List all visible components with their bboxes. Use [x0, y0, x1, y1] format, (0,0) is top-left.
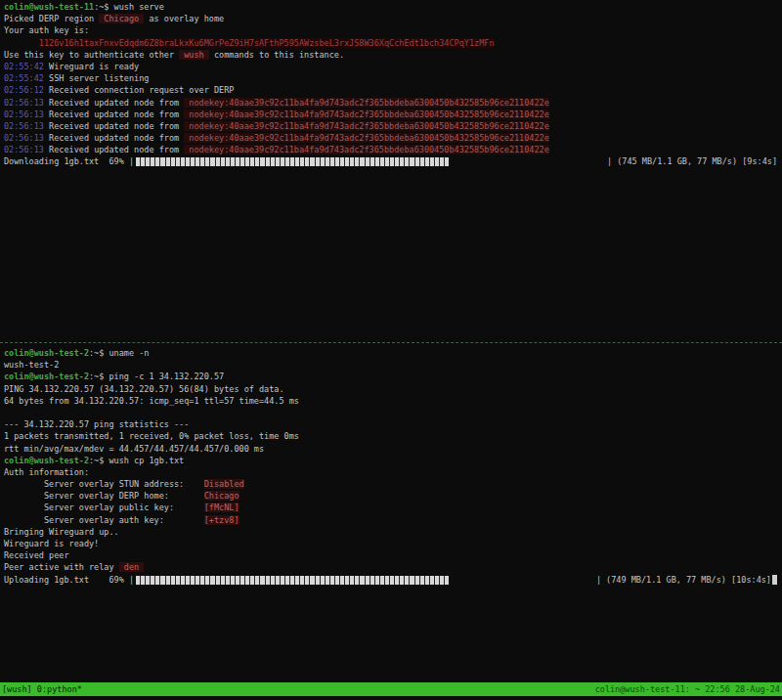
node-key-value: nodekey:40aae39c92c11ba4fa9d743adc2f365b… — [184, 133, 549, 143]
terminal-line: Server overlay STUN address: Disabled — [4, 478, 782, 490]
terminal-text: :~$ uname -n — [89, 348, 149, 358]
terminal-text: Received peer — [4, 550, 69, 560]
terminal-line: wush-test-2 — [4, 359, 782, 371]
terminal-text: commands to this instance. — [209, 50, 344, 60]
terminal-text: Picked DERP region — [4, 14, 99, 23]
terminal-line: 1 packets transmitted, 1 received, 0% pa… — [4, 430, 782, 442]
terminal-text: --- 34.132.220.57 ping statistics --- — [4, 419, 189, 429]
terminal-text: Server overlay auth key: — [4, 515, 204, 525]
timestamp: 02:55:42 — [4, 73, 44, 83]
terminal-line: PING 34.132.220.57 (34.132.220.57) 56(84… — [4, 383, 782, 395]
timestamp: 02:56:13 — [4, 109, 44, 119]
terminal-line: 02:55:42 SSH server listening — [4, 72, 782, 84]
highlighted-value: [+tzv8] — [204, 515, 239, 525]
terminal-text: 1 packets transmitted, 1 received, 0% pa… — [4, 431, 299, 441]
terminal-text: Wireguard is ready — [44, 62, 139, 71]
terminal-text: Server overlay DERP home: — [4, 491, 204, 501]
timestamp: 02:56:13 — [4, 98, 44, 108]
terminal-text: Auth information: — [4, 467, 89, 477]
terminal-text: Received updated node from — [44, 121, 184, 131]
terminal-line: 64 bytes from 34.132.220.57: icmp_seq=1 … — [4, 395, 782, 407]
terminal-line: Auth information: — [4, 466, 782, 478]
bottom-terminal-pane[interactable]: colin@wush-test-2:~$ uname -nwush-test-2… — [4, 347, 782, 586]
highlighted-value: wush — [179, 50, 209, 60]
terminal-line: 02:56:13 Received updated node from node… — [4, 120, 782, 132]
terminal-line: 02:56:13 Received updated node from node… — [4, 97, 782, 109]
session-name: [wush] — [2, 684, 37, 694]
timestamp: 02:56:13 — [4, 121, 44, 131]
terminal-text: :~$ ping -c 1 34.132.220.57 — [89, 372, 224, 381]
terminal-text: :~$ wush serve — [94, 2, 164, 12]
terminal-text: Your auth key is: — [4, 25, 89, 35]
timestamp: 02:56:13 — [4, 145, 44, 154]
terminal-text: Server overlay STUN address: — [4, 479, 204, 489]
upload-progress-stats: | (749 MB/1.1 GB, 77 MB/s) [10s:4s] — [596, 574, 777, 586]
screen: { "colors": { "background": "#0c0c0c", "… — [0, 0, 782, 700]
terminal-line: Downloading 1gb.txt 69% || (745 MB/1.1 G… — [4, 155, 782, 167]
terminal-text: Received updated node from — [44, 133, 184, 143]
prompt-user-host: colin@wush-test-2 — [4, 372, 89, 381]
terminal-text: Bringing Wireguard up.. — [4, 527, 119, 537]
terminal-line: Peer active with relay den — [4, 561, 782, 573]
node-key-value: nodekey:40aae39c92c11ba4fa9d743adc2f365b… — [184, 121, 549, 131]
terminal-text: rtt min/avg/max/mdev = 44.457/44.457/44.… — [4, 444, 264, 454]
terminal-line: --- 34.132.220.57 ping statistics --- — [4, 418, 782, 430]
terminal-line: 02:56:12 Received connection request ove… — [4, 84, 782, 96]
node-key-value: nodekey:40aae39c92c11ba4fa9d743adc2f365b… — [184, 109, 549, 119]
top-terminal-pane[interactable]: colin@wush-test-11:~$ wush servePicked D… — [4, 1, 782, 168]
upload-progress-bar — [136, 576, 589, 585]
terminal-line: 02:56:13 Received updated node from node… — [4, 132, 782, 144]
terminal-line: colin@wush-test-2:~$ wush cp 1gb.txt — [4, 455, 782, 466]
terminal-line: Server overlay DERP home: Chicago — [4, 490, 782, 502]
prompt-user-host: colin@wush-test-2 — [4, 348, 89, 358]
terminal-text: wush-test-2 — [4, 360, 59, 370]
prompt-user-host: colin@wush-test-11 — [4, 2, 94, 12]
download-progress-stats: | (745 MB/1.1 GB, 77 MB/s) [9s:4s] — [607, 155, 777, 167]
terminal-text: Received updated node from — [44, 145, 184, 154]
timestamp: 02:55:42 — [4, 62, 44, 71]
terminal-line: 02:55:42 Wireguard is ready — [4, 61, 782, 72]
node-key-value: nodekey:40aae39c92c11ba4fa9d743adc2f365b… — [184, 145, 549, 154]
highlighted-value: [fMcNL] — [204, 503, 239, 512]
terminal-line: Server overlay public key: [fMcNL] — [4, 502, 782, 513]
terminal-line: Use this key to authenticate other wush … — [4, 49, 782, 61]
terminal-text: Downloading 1gb.txt 69% | — [4, 156, 134, 166]
terminal-cursor — [772, 575, 777, 585]
terminal-text: SSH server listening — [44, 73, 149, 83]
pane-divider[interactable] — [0, 342, 782, 343]
highlighted-value: Disabled — [204, 479, 244, 489]
terminal-line: 1126v16h1taxFnxvEdqdm6Z8braLkxKu6MGrPeZ9… — [4, 37, 782, 49]
upload-progress-fill — [136, 576, 449, 585]
terminal-line: Server overlay auth key: [+tzv8] — [4, 514, 782, 526]
terminal-line — [4, 407, 782, 418]
terminal-text: Server overlay public key: — [4, 503, 204, 512]
download-progress-bar — [136, 157, 589, 166]
status-right-host-clock: colin@wush-test-11: ~ 22:56 28-Aug-24 — [595, 682, 780, 696]
highlighted-value: den — [119, 562, 145, 572]
terminal-line: Received peer — [4, 549, 782, 561]
terminal-line: Wireguard is ready! — [4, 538, 782, 549]
highlighted-value: Chicago — [99, 14, 144, 23]
terminal-text: Received updated node from — [44, 98, 184, 108]
terminal-text: Use this key to authenticate other — [4, 50, 179, 60]
terminal-text: Peer active with relay — [4, 562, 119, 572]
timestamp: 02:56:13 — [4, 133, 44, 143]
download-progress-fill — [136, 157, 449, 166]
terminal-line: Bringing Wireguard up.. — [4, 526, 782, 538]
node-key-value: nodekey:40aae39c92c11ba4fa9d743adc2f365b… — [184, 98, 549, 108]
window-tab[interactable]: 0:python* — [37, 684, 82, 694]
auth-key-value: 1126v16h1taxFnxvEdqdm6Z8braLkxKu6MGrPeZ9… — [39, 38, 495, 48]
terminal-text — [4, 38, 39, 48]
terminal-line: rtt min/avg/max/mdev = 44.457/44.457/44.… — [4, 443, 782, 455]
terminal-text: Received connection request over DERP — [44, 85, 234, 95]
terminal-line: colin@wush-test-11:~$ wush serve — [4, 1, 782, 13]
terminal-line: colin@wush-test-2:~$ ping -c 1 34.132.22… — [4, 371, 782, 382]
prompt-user-host: colin@wush-test-2 — [4, 456, 89, 465]
terminal-text: 64 bytes from 34.132.220.57: icmp_seq=1 … — [4, 396, 299, 406]
terminal-line: colin@wush-test-2:~$ uname -n — [4, 347, 782, 359]
terminal-text: Uploading 1gb.txt 69% | — [4, 575, 134, 585]
terminal-line: 02:56:13 Received updated node from node… — [4, 109, 782, 120]
terminal-text: as overlay home — [144, 14, 224, 23]
terminal-text: PING 34.132.220.57 (34.132.220.57) 56(84… — [4, 384, 284, 394]
timestamp: 02:56:12 — [4, 85, 44, 95]
